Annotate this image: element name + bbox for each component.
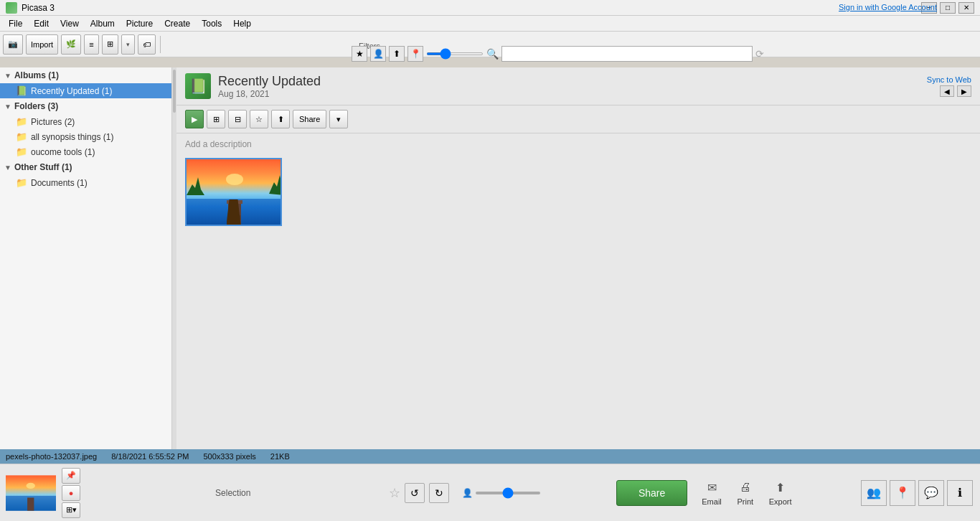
star-button[interactable]: ☆	[389, 485, 400, 501]
menu-file[interactable]: File	[3, 17, 28, 30]
tag-button[interactable]: 🏷	[138, 34, 156, 55]
titlebar-left: Picasa 3	[6, 2, 55, 14]
import-button[interactable]: Import	[26, 34, 58, 55]
app-icon	[6, 2, 17, 14]
recently-updated-label: Recently Updated (1)	[31, 86, 112, 96]
rotate-cw-button[interactable]: ↻	[429, 483, 449, 503]
zoom-slider[interactable]	[476, 492, 540, 494]
signin-link[interactable]: Sign in with Google Account	[839, 3, 937, 11]
pin-icon: 📌	[66, 471, 76, 480]
folders-section-label: Folders (3)	[14, 101, 58, 111]
bottombar: 📌 ● ⊞▾ Selection ☆ ↺ ↻ 👤 Share ✉ Email 🖨	[0, 464, 980, 521]
sync-controls: ◀ ▶	[940, 85, 971, 97]
sidebar-item-oucome[interactable]: 📁 oucome tools (1)	[0, 144, 171, 159]
share-dropdown-button[interactable]: ▾	[329, 110, 348, 128]
rotate-cw-icon: ↻	[435, 487, 443, 499]
filter-star-button[interactable]: ★	[352, 46, 367, 62]
sidebar-item-recently-updated[interactable]: 📗 Recently Updated (1)	[0, 83, 171, 98]
sidebar-item-documents[interactable]: 📁 Documents (1)	[0, 175, 171, 190]
album-date: Aug 18, 2021	[218, 89, 321, 99]
sync-right-button[interactable]: ▶	[957, 85, 971, 97]
export-icon: ⬆	[771, 479, 790, 495]
folder-icon-1: 📁	[16, 116, 27, 127]
photo-svg	[187, 159, 282, 226]
menu-view[interactable]: View	[55, 17, 85, 30]
menu-edit[interactable]: Edit	[28, 17, 55, 30]
sidebar-other-header[interactable]: ▼ Other Stuff (1)	[0, 159, 171, 175]
filter-range-slider[interactable]	[426, 52, 484, 55]
maximize-button[interactable]: □	[940, 2, 956, 14]
timeline-icon: ⊟	[235, 115, 241, 124]
star-album-button[interactable]: ☆	[250, 110, 268, 128]
menu-album[interactable]: Album	[85, 17, 121, 30]
svg-rect-1	[187, 199, 282, 226]
rotate-ccw-button[interactable]: ↺	[405, 483, 425, 503]
folder-icon-2: 📁	[16, 131, 27, 142]
sidebar-item-synopsis[interactable]: 📁 all synopsis things (1)	[0, 129, 171, 144]
print-icon: 🖨	[736, 479, 755, 495]
menu-picture[interactable]: Picture	[121, 17, 159, 30]
folders-arrow-icon: ▼	[4, 103, 11, 111]
bottom-actions: Share ✉ Email 🖨 Print ⬆ Export	[547, 479, 862, 506]
add-to-album-button[interactable]: 🌿	[61, 34, 81, 55]
svg-rect-3	[228, 202, 241, 226]
list-icon: ≡	[89, 40, 93, 49]
close-button[interactable]: ✕	[958, 2, 974, 14]
album-icon-glyph: 📗	[189, 78, 207, 95]
sync-to-web[interactable]: Sync to Web ◀ ▶	[927, 75, 971, 97]
search-input[interactable]	[501, 46, 753, 62]
filter-upload-button[interactable]: ⬆	[389, 46, 405, 62]
album-toolbar: ▶ ⊞ ⊟ ☆ ⬆ Share ▾	[176, 105, 980, 133]
albums-section-label: Albums (1)	[14, 70, 59, 80]
print-action[interactable]: 🖨 Print	[736, 479, 755, 506]
sidebar-item-pictures[interactable]: 📁 Pictures (2)	[0, 114, 171, 129]
description-placeholder: Add a description	[185, 139, 252, 149]
preview-thumbnail[interactable]	[6, 468, 56, 518]
filter-person-button[interactable]: 👤	[370, 46, 386, 62]
sidebar-divider[interactable]	[172, 67, 176, 464]
folder-icon-3: 📁	[16, 146, 27, 157]
preview-svg	[6, 468, 56, 518]
location-button[interactable]: 📍	[890, 480, 915, 506]
people-button[interactable]: 👥	[861, 480, 887, 506]
more-edit-button[interactable]: ⊞▾	[62, 502, 80, 518]
folder-icon-docs: 📁	[16, 177, 27, 188]
list-view-button[interactable]: ≡	[84, 34, 98, 55]
sidebar-albums-header[interactable]: ▼ Albums (1)	[0, 67, 171, 83]
grid-view-album-button[interactable]: ⊞	[207, 110, 225, 128]
more-edit-icon: ⊞▾	[66, 505, 77, 515]
main-layout: ▼ Albums (1) 📗 Recently Updated (1) ▼ Fo…	[0, 67, 980, 464]
filter-location-button[interactable]: 📍	[407, 46, 423, 62]
info-icon: ℹ	[958, 486, 962, 499]
menu-tools[interactable]: Tools	[196, 17, 227, 30]
album-header: 📗 Recently Updated Aug 18, 2021 Sync to …	[176, 67, 980, 105]
caption-button[interactable]: 💬	[918, 480, 944, 506]
print-label: Print	[737, 497, 753, 506]
menu-create[interactable]: Create	[159, 17, 196, 30]
share-big-button[interactable]: Share	[616, 480, 687, 506]
circle-button[interactable]: ●	[62, 485, 80, 501]
sidebar-folders-header[interactable]: ▼ Folders (3)	[0, 98, 171, 114]
slideshow-button[interactable]: ▶	[185, 110, 204, 128]
menu-help[interactable]: Help	[227, 17, 257, 30]
share-album-button[interactable]: Share	[293, 110, 326, 128]
upload-album-button[interactable]: ⬆	[271, 110, 290, 128]
pin-button[interactable]: 📌	[62, 468, 80, 484]
sync-left-button[interactable]: ◀	[940, 85, 954, 97]
bottom-edit-tools: 📌 ● ⊞▾	[62, 468, 80, 518]
info-button[interactable]: ℹ	[947, 480, 973, 506]
photos-grid	[176, 155, 980, 229]
sidebar: ▼ Albums (1) 📗 Recently Updated (1) ▼ Fo…	[0, 67, 172, 464]
description-area[interactable]: Add a description	[176, 133, 980, 155]
email-action[interactable]: ✉ Email	[702, 479, 722, 506]
share-dropdown-icon: ▾	[336, 115, 341, 124]
grid-view-button[interactable]: ⊞	[102, 34, 118, 55]
export-action[interactable]: ⬆ Export	[769, 479, 792, 506]
view-dropdown-button[interactable]: ▾	[121, 34, 135, 55]
photo-thumbnail[interactable]	[185, 158, 282, 226]
zoom-area: 👤	[455, 488, 547, 498]
photo-image	[187, 159, 281, 225]
spinner-icon: ⟳	[755, 48, 764, 60]
timeline-button[interactable]: ⊟	[228, 110, 247, 128]
camera-import-button[interactable]: 📷	[3, 34, 23, 55]
